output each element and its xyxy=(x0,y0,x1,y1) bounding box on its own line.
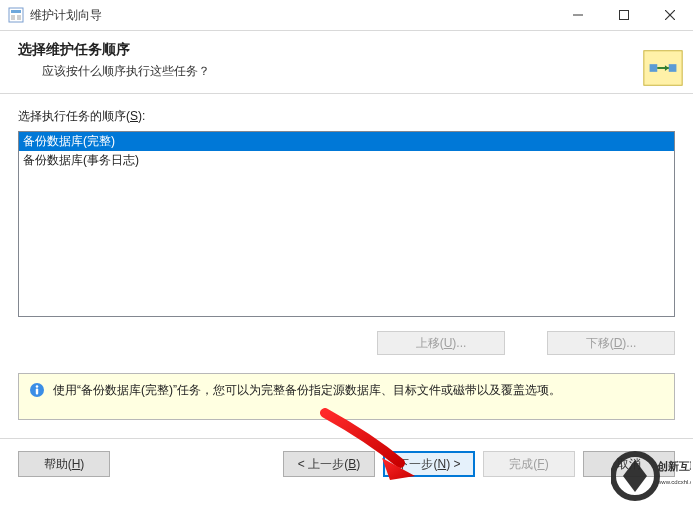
list-item[interactable]: 备份数据库(事务日志) xyxy=(19,151,674,170)
info-box: 使用“备份数据库(完整)”任务，您可以为完整备份指定源数据库、目标文件或磁带以及… xyxy=(18,373,675,420)
close-button[interactable] xyxy=(647,0,693,30)
svg-rect-1 xyxy=(11,10,21,13)
move-down-button[interactable]: 下移(D)... xyxy=(547,331,675,355)
svg-point-14 xyxy=(36,385,39,388)
page-title: 选择维护任务顺序 xyxy=(18,41,679,59)
wizard-footer: 帮助(H) < 上一步(B) 下一步(N) > 完成(F) 取消 xyxy=(0,439,693,489)
content-area: 选择执行任务的顺序(S): 备份数据库(完整) 备份数据库(事务日志) 上移(U… xyxy=(0,94,693,355)
svg-rect-10 xyxy=(669,64,677,72)
page-subtitle: 应该按什么顺序执行这些任务？ xyxy=(42,63,679,80)
svg-rect-9 xyxy=(650,64,658,72)
app-icon xyxy=(8,7,24,23)
info-text: 使用“备份数据库(完整)”任务，您可以为完整备份指定源数据库、目标文件或磁带以及… xyxy=(53,382,561,399)
finish-button[interactable]: 完成(F) xyxy=(483,451,575,477)
back-button[interactable]: < 上一步(B) xyxy=(283,451,375,477)
svg-rect-2 xyxy=(11,15,15,20)
help-button[interactable]: 帮助(H) xyxy=(18,451,110,477)
minimize-button[interactable] xyxy=(555,0,601,30)
window-title: 维护计划向导 xyxy=(30,7,102,24)
svg-rect-5 xyxy=(620,11,629,20)
wizard-header: 选择维护任务顺序 应该按什么顺序执行这些任务？ xyxy=(0,30,693,94)
order-label: 选择执行任务的顺序(S): xyxy=(18,108,675,125)
svg-rect-3 xyxy=(17,15,21,20)
list-item[interactable]: 备份数据库(完整) xyxy=(19,132,674,151)
svg-rect-15 xyxy=(36,389,38,395)
titlebar: 维护计划向导 xyxy=(0,0,693,30)
next-button[interactable]: 下一步(N) > xyxy=(383,451,475,477)
header-decor-icon xyxy=(639,45,687,91)
move-up-button[interactable]: 上移(U)... xyxy=(377,331,505,355)
maximize-button[interactable] xyxy=(601,0,647,30)
info-icon xyxy=(29,382,45,398)
task-order-listbox[interactable]: 备份数据库(完整) 备份数据库(事务日志) xyxy=(18,131,675,317)
cancel-button[interactable]: 取消 xyxy=(583,451,675,477)
